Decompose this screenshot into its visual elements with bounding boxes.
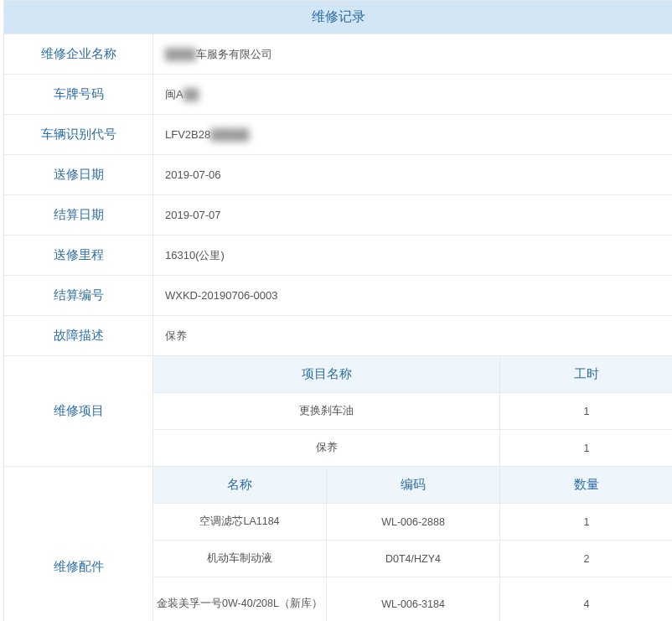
label-mileage: 送修里程	[4, 235, 153, 276]
value-plate: 闽A ██	[153, 75, 673, 115]
label-plate: 车牌号码	[4, 75, 153, 115]
table-title: 维修记录	[4, 1, 673, 34]
value-bill-no: WXKD-20190706-0003	[153, 276, 673, 316]
repair-part-code: D0T4/HZY4	[327, 541, 500, 577]
label-fault: 故障描述	[4, 316, 153, 356]
label-bill-no: 结算编号	[4, 276, 153, 316]
repair-items-header-name: 项目名称	[153, 356, 500, 393]
repair-parts-header-name: 名称	[153, 467, 327, 504]
value-mileage: 16310(公里)	[153, 235, 673, 276]
label-vin: 车辆识别代号	[4, 115, 153, 155]
maintenance-record-table: 维修记录 维修企业名称 ████ 车服务有限公司 车牌号码 闽A ██ 车辆识别…	[3, 0, 672, 621]
repair-item-hours: 1	[500, 430, 673, 467]
repair-item-hours: 1	[500, 393, 673, 430]
value-in-date: 2019-07-06	[153, 155, 673, 195]
value-company: ████ 车服务有限公司	[153, 34, 673, 75]
value-vin: LFV2B28█████	[153, 115, 673, 155]
label-in-date: 送修日期	[4, 155, 153, 195]
repair-parts-header-qty: 数量	[500, 467, 673, 504]
repair-item-name: 保养	[153, 430, 500, 467]
label-company: 维修企业名称	[4, 34, 153, 75]
value-out-date: 2019-07-07	[153, 195, 673, 235]
repair-part-code: WL-006-2888	[327, 504, 500, 541]
repair-part-name: 空调滤芯LA1184	[153, 504, 327, 541]
label-repair-items: 维修项目	[4, 356, 153, 467]
repair-items-header-hours: 工时	[500, 356, 673, 393]
repair-part-code: WL-006-3184	[327, 577, 500, 622]
repair-part-qty: 1	[500, 504, 673, 541]
label-out-date: 结算日期	[4, 195, 153, 235]
repair-part-name: 金装美孚一号0W-40/208L（新库）	[153, 577, 327, 622]
repair-part-qty: 2	[500, 541, 673, 577]
value-fault: 保养	[153, 316, 673, 356]
repair-item-name: 更换刹车油	[153, 393, 500, 430]
repair-part-qty: 4	[500, 577, 673, 622]
label-repair-parts: 维修配件	[4, 467, 153, 622]
repair-parts-header-code: 编码	[327, 467, 500, 504]
repair-part-name: 机动车制动液	[153, 541, 327, 577]
